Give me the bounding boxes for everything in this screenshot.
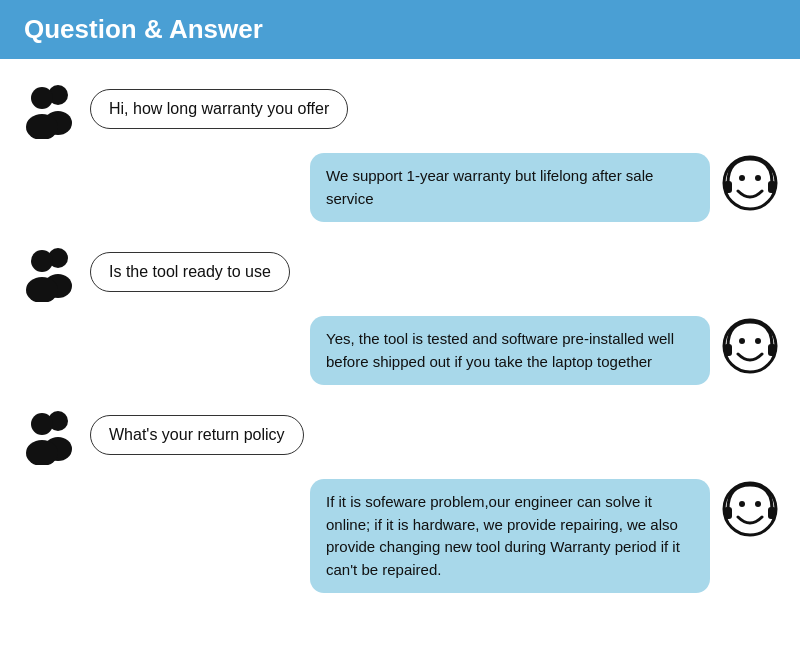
user-icon-1 <box>20 79 80 139</box>
bubble-user-1: Hi, how long warranty you offer <box>90 89 348 129</box>
page-header: Question & Answer <box>0 0 800 59</box>
svg-rect-26 <box>768 507 776 519</box>
svg-point-23 <box>739 501 745 507</box>
svg-point-2 <box>31 87 53 109</box>
bubble-user-3: What's your return policy <box>90 415 304 455</box>
bubble-agent-3: If it is sofeware problem,our engineer c… <box>310 479 710 593</box>
user-row-1: Hi, how long warranty you offer <box>20 79 780 139</box>
bubble-agent-1: We support 1-year warranty but lifelong … <box>310 153 710 222</box>
user-icon-2 <box>20 242 80 302</box>
user-icon-3 <box>20 405 80 465</box>
bubble-agent-2: Yes, the tool is tested and software pre… <box>310 316 710 385</box>
svg-point-6 <box>755 175 761 181</box>
svg-point-21 <box>26 440 58 465</box>
svg-rect-7 <box>724 181 732 193</box>
bubble-user-2: Is the tool ready to use <box>90 252 290 292</box>
agent-icon-3 <box>720 479 780 539</box>
svg-point-15 <box>755 338 761 344</box>
page-title: Question & Answer <box>24 14 776 45</box>
user-row-3: What's your return policy <box>20 405 780 465</box>
svg-point-5 <box>739 175 745 181</box>
svg-rect-8 <box>768 181 776 193</box>
agent-icon-2 <box>720 316 780 376</box>
agent-icon-1 <box>720 153 780 213</box>
svg-point-11 <box>31 250 53 272</box>
agent-row-1: We support 1-year warranty but lifelong … <box>140 153 780 222</box>
svg-point-14 <box>739 338 745 344</box>
user-row-2: Is the tool ready to use <box>20 242 780 302</box>
svg-point-20 <box>31 413 53 435</box>
svg-rect-16 <box>724 344 732 356</box>
svg-point-3 <box>26 114 58 139</box>
agent-row-3: If it is sofeware problem,our engineer c… <box>140 479 780 593</box>
chat-container: Hi, how long warranty you offer We suppo… <box>0 79 800 623</box>
svg-point-12 <box>26 277 58 302</box>
svg-point-24 <box>755 501 761 507</box>
svg-rect-17 <box>768 344 776 356</box>
agent-row-2: Yes, the tool is tested and software pre… <box>140 316 780 385</box>
svg-rect-25 <box>724 507 732 519</box>
